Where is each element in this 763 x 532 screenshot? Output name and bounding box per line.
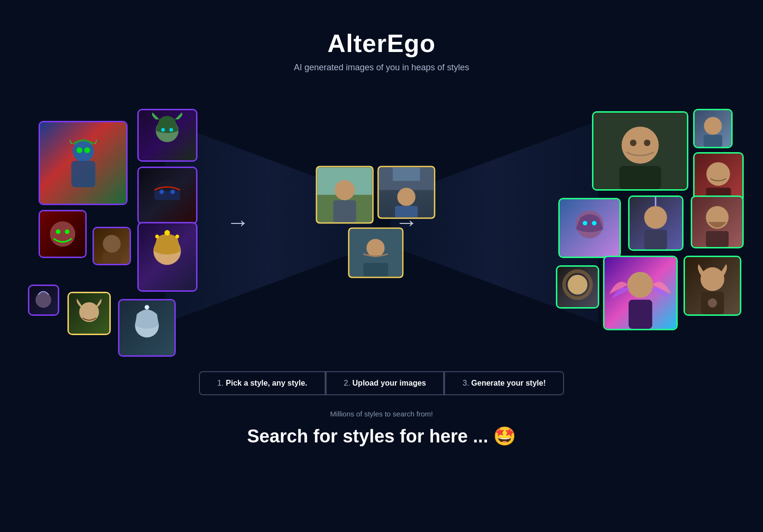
step-3-label: Generate your style! [471, 379, 546, 387]
output-lion[interactable] [556, 265, 599, 309]
svg-point-28 [335, 180, 355, 200]
svg-point-32 [397, 188, 416, 206]
svg-rect-17 [103, 253, 121, 264]
output-bearded[interactable] [691, 195, 744, 248]
svg-point-58 [700, 267, 724, 291]
output-knight[interactable] [628, 195, 684, 251]
svg-point-42 [704, 117, 722, 135]
search-section: Millions of styles to search from! Searc… [0, 410, 763, 466]
arrow-left: → [226, 209, 250, 235]
svg-point-2 [73, 141, 94, 162]
svg-point-21 [175, 234, 179, 238]
svg-point-11 [159, 190, 164, 195]
svg-rect-36 [363, 263, 388, 276]
output-colorful[interactable] [558, 198, 621, 258]
style-image-ice-queen[interactable] [118, 299, 176, 357]
svg-point-49 [644, 206, 667, 229]
svg-point-13 [50, 221, 76, 247]
step-1-number: 1. [217, 379, 224, 387]
step-2-button[interactable]: 2. Upload your images [326, 371, 445, 395]
svg-point-12 [171, 190, 175, 195]
center-photo-1 [316, 166, 374, 224]
svg-point-4 [77, 147, 82, 153]
header: AlterEgo AI generated images of you in h… [0, 0, 763, 82]
search-subtitle: Millions of styles to search from! [0, 410, 763, 418]
svg-point-54 [567, 275, 587, 295]
svg-point-14 [56, 230, 60, 234]
step-3-button[interactable]: 3. Generate your style! [444, 371, 564, 395]
svg-rect-29 [333, 200, 356, 222]
svg-point-35 [366, 239, 384, 257]
svg-point-19 [164, 230, 170, 235]
svg-point-44 [707, 162, 730, 186]
svg-point-47 [583, 221, 588, 226]
svg-rect-43 [704, 135, 723, 147]
search-heading-emoji: 🤩 [493, 426, 516, 446]
svg-point-41 [644, 140, 650, 146]
style-image-queen[interactable] [137, 222, 197, 292]
output-adventurer[interactable] [693, 109, 733, 148]
svg-rect-10 [154, 191, 180, 200]
svg-rect-53 [706, 231, 728, 247]
style-image-anime[interactable] [39, 121, 128, 205]
style-image-elf-girl[interactable] [137, 109, 197, 162]
style-image-elf[interactable] [67, 292, 111, 335]
svg-rect-39 [619, 166, 661, 189]
svg-point-16 [103, 235, 121, 253]
search-heading-text: Search for styles for here ... [247, 426, 488, 446]
svg-point-48 [592, 221, 597, 226]
svg-point-23 [79, 302, 99, 322]
svg-rect-3 [71, 161, 95, 187]
step-2-number: 2. [344, 379, 350, 387]
svg-point-38 [621, 127, 658, 164]
app-subtitle: AI generated images of you in heaps of s… [0, 63, 763, 73]
style-image-joker[interactable] [39, 210, 87, 258]
left-images-container [14, 106, 207, 337]
app-title: AlterEgo [0, 29, 763, 58]
svg-rect-57 [629, 299, 652, 329]
demo-area: → [0, 87, 763, 357]
svg-point-7 [161, 128, 165, 132]
svg-point-15 [65, 230, 69, 234]
output-fantasy-wings[interactable] [603, 256, 678, 330]
svg-rect-31 [393, 168, 420, 181]
svg-point-60 [708, 298, 717, 308]
search-heading: Search for styles for here ... 🤩 [0, 426, 763, 447]
output-fairy-warrior[interactable] [684, 256, 741, 316]
step-3-number: 3. [462, 379, 469, 387]
step-2-label: Upload your images [353, 379, 426, 387]
svg-point-8 [170, 128, 173, 132]
steps-bar: 1. Pick a style, any style. 2. Upload yo… [199, 371, 564, 395]
svg-point-5 [84, 147, 90, 153]
svg-point-25 [145, 305, 149, 310]
step-1-button[interactable]: 1. Pick a style, any style. [199, 371, 326, 395]
svg-rect-50 [644, 230, 667, 249]
style-image-warrior[interactable] [92, 227, 131, 265]
svg-point-56 [627, 272, 653, 298]
style-image-wizard[interactable] [28, 285, 59, 316]
right-images-container [556, 106, 749, 337]
svg-point-40 [630, 140, 636, 146]
arrow-right: → [395, 209, 418, 235]
step-1-label: Pick a style, any style. [226, 379, 307, 387]
output-portrait-main[interactable] [592, 111, 688, 191]
svg-point-20 [155, 234, 159, 238]
style-image-ninja[interactable] [137, 167, 197, 224]
